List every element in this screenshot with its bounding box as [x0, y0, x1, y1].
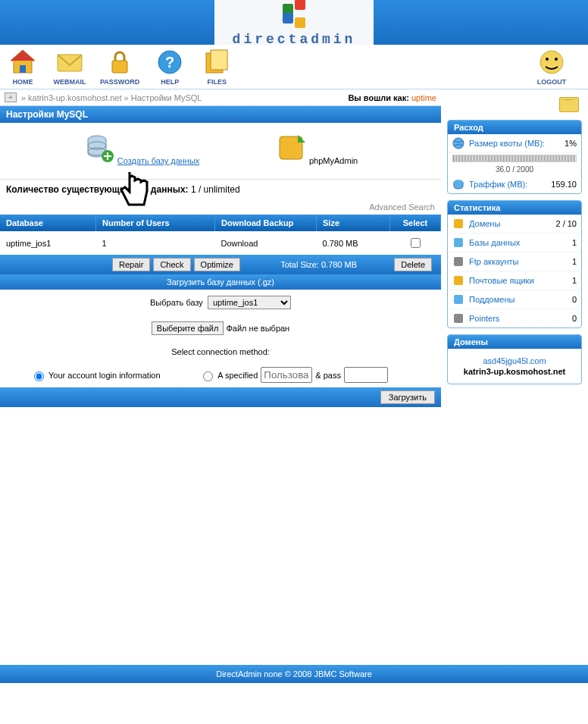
- stat-icon: [452, 274, 464, 287]
- table-row: uptime_jos1 1 Download 0.780 MB: [0, 231, 441, 255]
- quota-bar: [452, 155, 577, 162]
- svg-rect-24: [454, 295, 463, 304]
- radio-specified-input[interactable]: [203, 371, 213, 381]
- advanced-search-link[interactable]: Advanced Search: [0, 199, 441, 215]
- stat-row[interactable]: Домены2 / 10: [448, 215, 581, 233]
- stat-row[interactable]: Почтовые ящики1: [448, 271, 581, 290]
- check-button[interactable]: Check: [153, 258, 190, 271]
- svg-point-9: [540, 51, 563, 74]
- svg-point-18: [453, 138, 464, 149]
- upload-button[interactable]: Загрузить: [380, 390, 435, 404]
- radio-account[interactable]: Your account login information: [30, 369, 161, 381]
- breadcrumb-page: Настройки MySQL: [131, 93, 202, 102]
- svg-point-11: [555, 58, 558, 61]
- top-header: directadmin: [0, 0, 588, 45]
- domain-link[interactable]: katrin3-up.kosmohost.net: [451, 367, 578, 376]
- nav-files[interactable]: FILES: [200, 48, 233, 86]
- col-download[interactable]: Download Backup: [215, 215, 317, 231]
- choose-file-button[interactable]: Выберите файл: [152, 321, 224, 335]
- db-count-row: Количество существующих баз данных: 1 / …: [0, 179, 441, 199]
- panel-title: Настройки MySQL: [0, 106, 441, 123]
- password-icon: [103, 48, 136, 77]
- stat-row[interactable]: Базы данных1: [448, 233, 581, 252]
- stat-icon: [452, 312, 464, 324]
- col-select[interactable]: Select: [390, 215, 441, 231]
- upload-header: Загрузить базу данных (.gz): [0, 274, 441, 290]
- nav-password[interactable]: PASSWORD: [100, 48, 139, 86]
- svg-point-10: [546, 58, 549, 61]
- disk-icon: [452, 178, 464, 190]
- breadcrumb-sep: »: [124, 93, 129, 102]
- logout-icon: [535, 48, 568, 77]
- breadcrumb-sep: »: [21, 93, 26, 102]
- stat-row[interactable]: Pointers0: [448, 309, 581, 328]
- svg-rect-25: [454, 314, 463, 323]
- nav-webmail[interactable]: WEBMAIL: [53, 48, 86, 86]
- files-icon: [200, 48, 233, 77]
- db-name-cell[interactable]: uptime_jos1: [0, 231, 96, 255]
- optimize-button[interactable]: Optimize: [194, 258, 240, 271]
- quota-text: 36.0 / 2000: [448, 164, 581, 175]
- action-bar: Repair Check Optimize Total Size: 0.780 …: [0, 255, 441, 274]
- select-checkbox[interactable]: [411, 238, 421, 248]
- stat-icon: [452, 218, 464, 230]
- stat-row[interactable]: Ftp аккаунты1: [448, 252, 581, 271]
- stats-title: Статистика: [448, 201, 581, 215]
- svg-rect-21: [454, 238, 463, 247]
- stat-icon: [452, 255, 464, 268]
- submit-row: Загрузить: [0, 387, 441, 407]
- expand-button[interactable]: +: [5, 92, 17, 102]
- svg-marker-1: [11, 50, 35, 61]
- db-select[interactable]: uptime_jos1: [208, 296, 291, 309]
- usage-title: Расход: [448, 121, 581, 134]
- logo-icon: [282, 3, 306, 30]
- nav-logout[interactable]: LOGOUT: [535, 48, 568, 86]
- radio-specified[interactable]: A specified & pass: [199, 367, 388, 383]
- breadcrumb: + » katrin3-up.kosmohost.net » Настройки…: [0, 89, 441, 106]
- svg-rect-2: [20, 65, 26, 73]
- nav-home[interactable]: HOME: [6, 48, 39, 86]
- nav-help[interactable]: ? HELP: [153, 48, 186, 86]
- globe-icon: [452, 137, 464, 149]
- no-file-label: Файл не выбран: [226, 324, 289, 333]
- svg-marker-17: [298, 135, 305, 143]
- logo-text: directadmin: [214, 32, 374, 47]
- logged-in-user[interactable]: uptime: [411, 93, 436, 102]
- specified-pass-input[interactable]: [344, 367, 388, 383]
- tools-row: Создать базу данных phpMyAdmin: [0, 123, 441, 179]
- col-database[interactable]: Database: [0, 215, 96, 231]
- breadcrumb-host[interactable]: katrin3-up.kosmohost.net: [28, 93, 122, 102]
- sidebar: Расход Размер квоты (MB): 1% 36.0 / 2000…: [441, 89, 588, 395]
- database-add-icon: [83, 132, 115, 164]
- nav-bar: HOME WEBMAIL PASSWORD ? HELP FILES LOGOU…: [0, 45, 588, 89]
- svg-rect-8: [211, 50, 227, 70]
- stat-icon: [452, 293, 464, 306]
- phpmyadmin-icon: [275, 132, 307, 164]
- svg-rect-20: [454, 219, 463, 228]
- domain-link[interactable]: asd45jgu45l.com: [451, 356, 578, 365]
- domains-box: Домены asd45jgu45l.comkatrin3-up.kosmoho…: [447, 334, 582, 384]
- delete-button[interactable]: Delete: [394, 258, 432, 271]
- database-table: Database Number of Users Download Backup…: [0, 215, 441, 255]
- col-users[interactable]: Number of Users: [96, 215, 215, 231]
- specified-user-input[interactable]: [261, 367, 312, 383]
- svg-rect-4: [112, 61, 127, 73]
- col-size[interactable]: Size: [317, 215, 390, 231]
- connection-row: Your account login information A specifi…: [0, 362, 441, 387]
- create-db-link[interactable]: Создать базу данных: [83, 132, 200, 165]
- logo-panel: directadmin: [214, 0, 374, 45]
- total-size: Total Size: 0.780 MB: [243, 260, 394, 269]
- messages-icon[interactable]: [559, 97, 579, 112]
- db-users-cell: 1: [96, 231, 215, 255]
- stat-row[interactable]: Поддомены0: [448, 290, 581, 309]
- download-link[interactable]: Download: [221, 239, 258, 248]
- radio-account-input[interactable]: [34, 371, 44, 381]
- svg-text:?: ?: [165, 54, 174, 71]
- help-icon: ?: [153, 48, 186, 77]
- logged-in-label: Вы вошли как:: [348, 93, 409, 102]
- phpmyadmin-link[interactable]: phpMyAdmin: [275, 132, 358, 165]
- db-size-cell: 0.780 MB: [317, 231, 390, 255]
- file-select-row: Выберите файл Файл не выбран: [0, 315, 441, 341]
- footer: DirectAdmin none © 2008 JBMC Software: [0, 665, 588, 683]
- repair-button[interactable]: Repair: [112, 258, 150, 271]
